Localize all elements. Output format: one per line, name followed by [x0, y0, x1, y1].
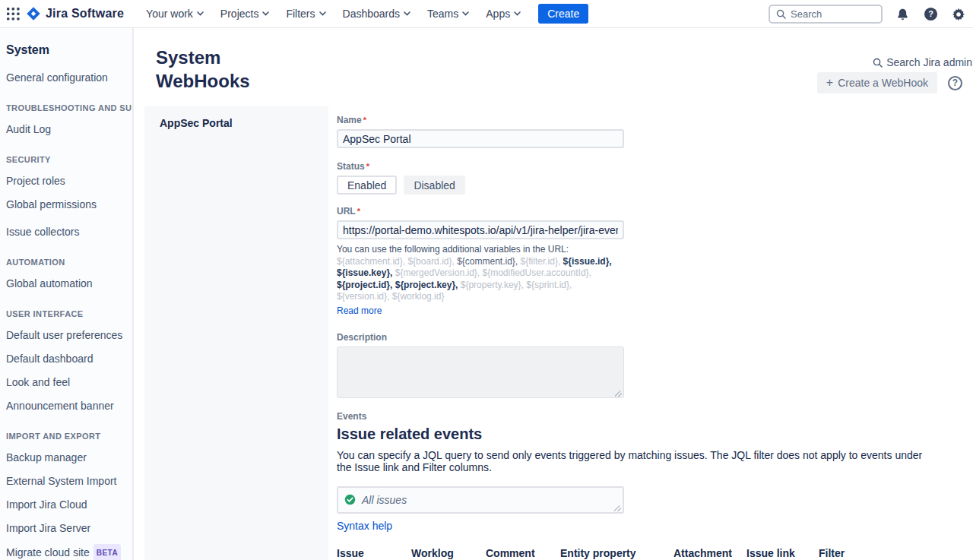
global-search[interactable]	[769, 5, 883, 24]
status-enabled-button[interactable]: Enabled	[337, 176, 397, 195]
description-label: Description	[337, 332, 968, 343]
nav-projects[interactable]: Projects	[212, 0, 278, 27]
help-icon[interactable]: ?	[922, 6, 939, 23]
webhook-list-panel: AppSec Portal	[144, 106, 328, 560]
search-jira-admin-link[interactable]: Search Jira admin	[873, 56, 972, 68]
chevron-down-icon	[319, 11, 326, 16]
read-more-link[interactable]: Read more	[337, 305, 382, 316]
status-toggle: Enabled Disabled	[337, 176, 968, 195]
sidebar-item-import-jira-server[interactable]: Import Jira Server	[6, 520, 126, 536]
sidebar-title: System	[6, 43, 126, 57]
check-circle-icon	[344, 494, 356, 505]
global-search-input[interactable]	[791, 8, 867, 20]
events-column-issue-link: Issue link created deleted	[746, 547, 819, 560]
sidebar-heading-automation: AUTOMATION	[6, 257, 126, 267]
sidebar-item-look-and-feel[interactable]: Look and feel	[6, 375, 126, 390]
events-label: Events	[337, 411, 968, 422]
status-disabled-button[interactable]: Disabled	[404, 176, 464, 195]
jira-software-logo[interactable]: Jira Software	[26, 6, 124, 21]
app-switcher-icon[interactable]	[0, 0, 26, 27]
resize-handle-icon[interactable]	[614, 504, 622, 511]
sidebar-item-general-configuration[interactable]: General configuration	[6, 70, 126, 85]
nav-teams[interactable]: Teams	[419, 0, 477, 27]
nav-dashboards[interactable]: Dashboards	[334, 0, 420, 27]
create-button[interactable]: Create	[538, 4, 588, 24]
name-input[interactable]	[337, 129, 624, 148]
plus-icon: +	[826, 78, 833, 87]
chevron-down-icon	[197, 11, 204, 16]
page-title-line1: System	[156, 46, 250, 69]
sidebar-item-migrate-cloud-site[interactable]: Migrate cloud siteBETA	[6, 544, 126, 560]
events-column-filter: Filter created updated deleted	[819, 547, 887, 560]
sidebar-heading-user-interface: USER INTERFACE	[6, 308, 126, 319]
svg-text:?: ?	[928, 9, 933, 18]
nav-your-work[interactable]: Your work	[138, 0, 212, 27]
events-column-entity-property: Entity property created or updated delet…	[560, 547, 673, 560]
webhook-list-item[interactable]: AppSec Portal	[144, 106, 328, 140]
required-asterisk: *	[366, 162, 369, 171]
sidebar-item-announcement-banner[interactable]: Announcement banner	[6, 398, 126, 413]
sidebar-item-default-user-preferences[interactable]: Default user preferences	[6, 327, 126, 343]
syntax-help-link[interactable]: Syntax help	[337, 520, 392, 532]
webhook-help-icon[interactable]: ?	[948, 76, 962, 90]
events-column-issue: Issue created updated deleted	[337, 547, 411, 560]
required-asterisk: *	[363, 115, 366, 125]
sidebar-heading-import-export: IMPORT AND EXPORT	[6, 431, 126, 441]
webhook-form: Name* Status* Enabled Disabled URL* You …	[337, 115, 968, 560]
beta-badge: BETA	[93, 544, 121, 560]
sidebar-heading-troubleshooting: TROUBLESHOOTING AND SUPPORT	[6, 103, 126, 113]
grid-icon	[7, 8, 20, 21]
required-asterisk: *	[357, 207, 360, 216]
sidebar-item-default-dashboard[interactable]: Default dashboard	[6, 351, 126, 366]
jira-logo-icon	[26, 6, 41, 21]
status-label: Status*	[337, 161, 968, 172]
page-title: System WebHooks	[156, 46, 250, 93]
name-label: Name*	[337, 115, 968, 125]
sidebar-item-global-automation[interactable]: Global automation	[6, 276, 126, 291]
search-icon	[873, 58, 883, 68]
events-column-worklog: Worklog created updated deleted	[411, 547, 486, 560]
chevron-down-icon	[514, 11, 521, 16]
events-heading: Issue related events	[337, 426, 968, 443]
events-grid: Issue created updated deleted Worklog cr…	[337, 547, 968, 560]
url-help-text: You can use the following additional var…	[337, 244, 627, 303]
main-content: System WebHooks Search Jira admin + Crea…	[135, 28, 973, 560]
chevron-down-icon	[404, 11, 410, 16]
top-navbar: Jira Software Your work Projects Filters…	[0, 0, 973, 28]
chevron-down-icon	[262, 11, 269, 16]
url-label: URL*	[337, 206, 968, 217]
resize-handle-icon[interactable]	[615, 389, 623, 397]
logo-text: Jira Software	[46, 7, 124, 21]
search-icon	[776, 9, 786, 19]
jql-placeholder: All issues	[362, 494, 407, 506]
sidebar-item-global-permissions[interactable]: Global permissions	[6, 197, 126, 212]
settings-gear-icon[interactable]	[950, 6, 967, 23]
sidebar-heading-security: SECURITY	[6, 154, 126, 165]
jql-filter-input[interactable]: All issues	[337, 486, 624, 514]
admin-sidebar: System General configuration TROUBLESHOO…	[0, 28, 134, 560]
nav-apps[interactable]: Apps	[477, 0, 529, 27]
sidebar-item-issue-collectors[interactable]: Issue collectors	[6, 224, 126, 239]
nav-filters[interactable]: Filters	[277, 0, 334, 27]
events-column-comment: Comment created updated deleted	[486, 547, 560, 560]
description-textarea[interactable]	[337, 346, 624, 398]
chevron-down-icon	[462, 11, 469, 16]
page-title-line2: WebHooks	[156, 69, 250, 93]
sidebar-item-project-roles[interactable]: Project roles	[6, 173, 126, 188]
notifications-bell-icon[interactable]	[894, 6, 911, 23]
url-input[interactable]	[337, 220, 624, 239]
create-webhook-button[interactable]: + Create a WebHook	[817, 72, 937, 93]
sidebar-item-audit-log[interactable]: Audit Log	[6, 122, 126, 137]
sidebar-item-backup-manager[interactable]: Backup manager	[6, 450, 126, 465]
sidebar-item-external-system-import[interactable]: External System Import	[6, 473, 126, 489]
sidebar-item-import-jira-cloud[interactable]: Import Jira Cloud	[6, 497, 126, 512]
events-column-attachment: Attachment created deleted	[673, 547, 746, 560]
events-description: You can specify a JQL query to send only…	[337, 449, 937, 473]
